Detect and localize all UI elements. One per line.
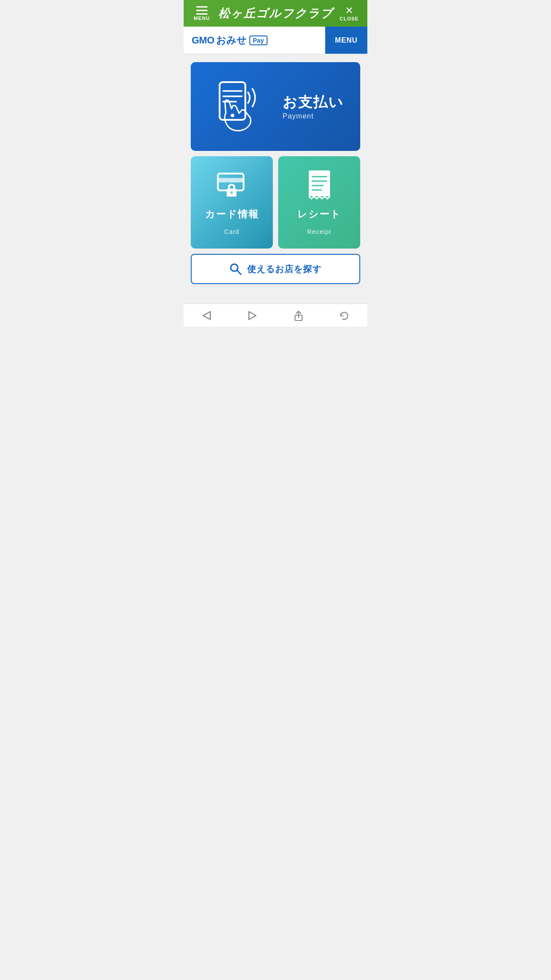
refresh-icon bbox=[339, 310, 350, 321]
close-icon: ✕ bbox=[345, 6, 353, 16]
search-store-button[interactable]: 使えるお店を探す bbox=[191, 254, 360, 284]
card-info-en-label: Card bbox=[224, 228, 239, 235]
payment-icon bbox=[207, 75, 269, 138]
refresh-button[interactable] bbox=[322, 304, 368, 327]
svg-point-4 bbox=[231, 114, 234, 117]
back-icon bbox=[202, 311, 211, 320]
svg-rect-9 bbox=[309, 170, 330, 196]
svg-point-8 bbox=[230, 191, 233, 194]
svg-marker-16 bbox=[203, 312, 210, 320]
hamburger-icon bbox=[196, 6, 208, 15]
close-button[interactable]: ✕ CLOSE bbox=[338, 6, 360, 21]
card-info-jp-label: カード情報 bbox=[205, 208, 259, 221]
forward-icon bbox=[248, 311, 257, 320]
search-store-label: 使えるお店を探す bbox=[247, 263, 322, 275]
share-button[interactable] bbox=[276, 304, 322, 327]
pay-badge: Pay bbox=[249, 36, 268, 45]
svg-line-15 bbox=[237, 270, 241, 274]
sub-menu-label: MENU bbox=[335, 36, 358, 44]
svg-rect-6 bbox=[218, 178, 244, 182]
card-row: カード情報 Card レシート Receipt bbox=[191, 156, 360, 249]
close-label: CLOSE bbox=[340, 16, 359, 21]
payment-text: お支払い Payment bbox=[283, 93, 344, 120]
receipt-en-label: Receipt bbox=[307, 228, 331, 235]
payment-button[interactable]: お支払い Payment bbox=[191, 62, 360, 151]
svg-marker-17 bbox=[249, 312, 256, 320]
share-icon bbox=[293, 310, 304, 321]
receipt-jp-label: レシート bbox=[297, 208, 341, 221]
menu-label: MENU bbox=[194, 16, 210, 21]
card-info-button[interactable]: カード情報 Card bbox=[191, 156, 273, 249]
gmo-text: GMO bbox=[192, 35, 214, 46]
omise-text: おみせ bbox=[216, 34, 247, 47]
back-button[interactable] bbox=[184, 304, 230, 327]
payment-jp-label: お支払い bbox=[283, 93, 344, 112]
main-content: お支払い Payment カード情報 bbox=[184, 54, 367, 304]
card-icon bbox=[216, 170, 248, 201]
hamburger-menu-button[interactable]: MENU bbox=[191, 6, 213, 21]
payment-en-label: Payment bbox=[283, 112, 344, 120]
gmo-logo: GMO おみせ Pay bbox=[184, 34, 268, 47]
sub-menu-button[interactable]: MENU bbox=[325, 27, 367, 54]
sub-header: GMO おみせ Pay MENU bbox=[184, 27, 367, 54]
bottom-navigation bbox=[184, 304, 367, 327]
forward-button[interactable] bbox=[230, 304, 276, 327]
app-title: 松ヶ丘ゴルフクラブ bbox=[213, 6, 338, 21]
receipt-button[interactable]: レシート Receipt bbox=[278, 156, 360, 249]
receipt-icon bbox=[304, 170, 335, 201]
top-header: MENU 松ヶ丘ゴルフクラブ ✕ CLOSE bbox=[184, 0, 367, 27]
search-icon bbox=[229, 263, 242, 275]
